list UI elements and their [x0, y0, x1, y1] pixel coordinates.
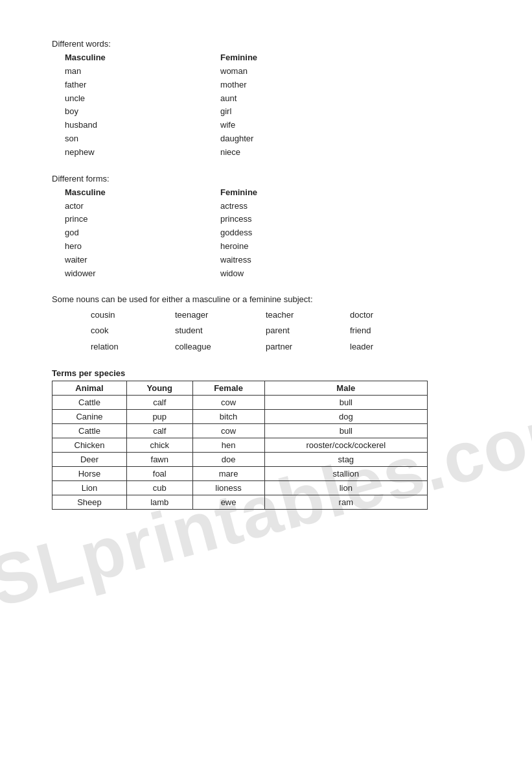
table-row: Caninepupbitchdog — [52, 409, 428, 423]
list-item: colleague — [175, 340, 266, 354]
table-cell: chick — [126, 438, 192, 452]
table-cell: calf — [126, 423, 192, 438]
table-cell: Cattle — [52, 423, 127, 438]
table-cell: stallion — [264, 466, 427, 480]
table-row: Cattlecalfcowbull — [52, 395, 428, 409]
masculine-col: Masculine manfatheruncleboyhusbandsonnep… — [65, 53, 220, 160]
table-cell: rooster/cock/cockerel — [264, 438, 427, 452]
list-item: leader — [350, 340, 428, 354]
table-row: Cattlecalfcowbull — [52, 423, 428, 438]
table-cell: bitch — [192, 409, 264, 423]
table-cell: foal — [126, 466, 192, 480]
table-cell: Cattle — [52, 395, 127, 409]
nouns-grid: cousinteenagerteacherdoctorcookstudentpa… — [91, 308, 480, 353]
table-cell: bull — [264, 395, 427, 409]
feminine-header-1: Feminine — [220, 53, 376, 62]
masculine-items-1: manfatheruncleboyhusbandsonnephew — [65, 65, 220, 160]
list-item: widower — [65, 267, 220, 281]
table-column-header: Animal — [52, 381, 127, 395]
table-cell: Horse — [52, 466, 127, 480]
feminine-col: Feminine womanmotherauntgirlwifedaughter… — [220, 53, 376, 160]
list-item: heroine — [220, 240, 376, 254]
masculine-header-1: Masculine — [65, 53, 220, 62]
table-cell: ewe — [192, 495, 264, 509]
different-words-title: Different words: — [52, 39, 480, 49]
list-item: man — [65, 65, 220, 78]
table-row: Horsefoalmarestallion — [52, 466, 428, 480]
nouns-section: Some nouns can be used for either a masc… — [52, 294, 480, 353]
masculine-items-2: actorprincegodherowaiterwidower — [65, 200, 220, 281]
list-item: parent — [266, 324, 350, 338]
list-item: princess — [220, 213, 376, 226]
list-item: son — [65, 132, 220, 146]
table-cell: mare — [192, 466, 264, 480]
table-cell: Lion — [52, 480, 127, 495]
list-item: relation — [91, 340, 175, 354]
table-row: Chickenchickhenrooster/cock/cockerel — [52, 438, 428, 452]
table-cell: cow — [192, 423, 264, 438]
different-forms-section: Different forms: Masculine actorprincego… — [52, 174, 480, 281]
different-forms-title: Different forms: — [52, 174, 480, 184]
nouns-text: Some nouns can be used for either a masc… — [52, 294, 480, 304]
table-row: Lioncublionesslion — [52, 480, 428, 495]
terms-section: Terms per species AnimalYoungFemaleMale … — [52, 368, 480, 510]
list-item: hero — [65, 240, 220, 254]
list-item: mother — [220, 78, 376, 92]
table-cell: Deer — [52, 452, 127, 466]
list-item: prince — [65, 213, 220, 226]
list-item: friend — [350, 324, 428, 338]
table-cell: hen — [192, 438, 264, 452]
list-item: waiter — [65, 254, 220, 267]
table-cell: pup — [126, 409, 192, 423]
list-item: daughter — [220, 132, 376, 146]
table-column-header: Female — [192, 381, 264, 395]
list-item: partner — [266, 340, 350, 354]
list-item: waitress — [220, 254, 376, 267]
table-cell: dog — [264, 409, 427, 423]
table-body: CattlecalfcowbullCaninepupbitchdogCattle… — [52, 395, 428, 509]
feminine-header-2: Feminine — [220, 187, 376, 197]
feminine-col-2: Feminine actressprincessgoddessheroinewa… — [220, 187, 376, 281]
list-item: goddess — [220, 226, 376, 240]
different-words-section: Different words: Masculine manfatheruncl… — [52, 39, 480, 160]
list-item: god — [65, 226, 220, 240]
list-item: wife — [220, 119, 376, 132]
list-item: father — [65, 78, 220, 92]
list-item: woman — [220, 65, 376, 78]
table-cell: Chicken — [52, 438, 127, 452]
list-item: girl — [220, 105, 376, 119]
list-item: teacher — [266, 308, 350, 322]
feminine-items-2: actressprincessgoddessheroinewaitresswid… — [220, 200, 376, 281]
table-row: Sheeplambeweram — [52, 495, 428, 509]
list-item: husband — [65, 119, 220, 132]
table-cell: lion — [264, 480, 427, 495]
table-cell: Sheep — [52, 495, 127, 509]
list-item: uncle — [65, 92, 220, 106]
table-cell: stag — [264, 452, 427, 466]
terms-title: Terms per species — [52, 368, 480, 378]
table-column-header: Male — [264, 381, 427, 395]
table-cell: cow — [192, 395, 264, 409]
table-cell: ram — [264, 495, 427, 509]
table-cell: Canine — [52, 409, 127, 423]
list-item: doctor — [350, 308, 428, 322]
list-item: teenager — [175, 308, 266, 322]
list-item: aunt — [220, 92, 376, 106]
table-row: Deerfawndoestag — [52, 452, 428, 466]
species-table: AnimalYoungFemaleMale CattlecalfcowbullC… — [52, 381, 428, 510]
list-item: nephew — [65, 146, 220, 160]
list-item: niece — [220, 146, 376, 160]
list-item: boy — [65, 105, 220, 119]
table-cell: lioness — [192, 480, 264, 495]
table-column-header: Young — [126, 381, 192, 395]
list-item: cook — [91, 324, 175, 338]
list-item: student — [175, 324, 266, 338]
table-cell: bull — [264, 423, 427, 438]
list-item: cousin — [91, 308, 175, 322]
table-header-row: AnimalYoungFemaleMale — [52, 381, 428, 395]
list-item: actress — [220, 200, 376, 213]
table-cell: fawn — [126, 452, 192, 466]
table-cell: doe — [192, 452, 264, 466]
list-item: widow — [220, 267, 376, 281]
feminine-items-1: womanmotherauntgirlwifedaughterniece — [220, 65, 376, 160]
